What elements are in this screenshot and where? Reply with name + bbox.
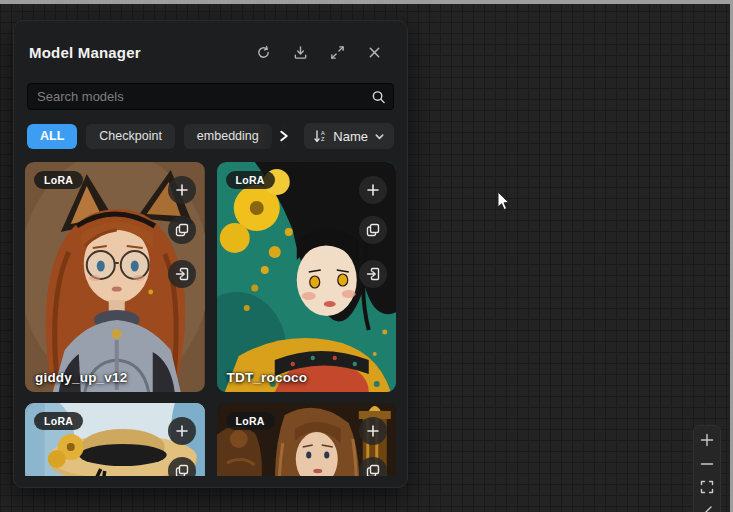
window-border-top <box>0 0 733 4</box>
card-actions <box>168 417 196 476</box>
card-actions <box>359 417 387 476</box>
model-list-viewport[interactable]: LoRA giddy_up_v12 <box>25 162 396 476</box>
canvas-zoom-toolbar <box>693 425 721 512</box>
chevron-right-icon[interactable] <box>277 130 290 143</box>
sort-label: Name <box>333 129 368 144</box>
copy-icon[interactable] <box>168 457 196 476</box>
panel-header-actions <box>255 45 382 61</box>
filter-chips: ALL Checkpoint embedding Hyper <box>27 124 296 149</box>
panel-title: Model Manager <box>29 44 141 61</box>
search-row <box>27 83 394 110</box>
sort-alpha-icon: A Z <box>313 129 327 143</box>
card-actions <box>168 176 196 288</box>
expand-icon[interactable] <box>329 45 345 61</box>
sort-dropdown[interactable]: A Z Name <box>304 123 394 149</box>
model-type-badge: LoRA <box>226 171 275 189</box>
refresh-icon[interactable] <box>255 45 271 61</box>
model-name: TDT_rococo <box>227 370 308 385</box>
mouse-cursor <box>497 192 511 216</box>
model-type-badge: LoRA <box>34 412 83 430</box>
plus-icon[interactable] <box>359 417 387 445</box>
import-icon[interactable] <box>168 260 196 288</box>
filter-chip-embedding[interactable]: embedding <box>184 124 272 149</box>
zoom-in-icon[interactable] <box>695 430 719 451</box>
plus-icon[interactable] <box>168 176 196 204</box>
model-card-tdt-rococo[interactable]: LoRA TDT_rococo <box>217 162 397 392</box>
chevron-down-icon <box>374 131 385 142</box>
download-icon[interactable] <box>292 45 308 61</box>
model-type-badge: LoRA <box>226 412 275 430</box>
model-grid: LoRA giddy_up_v12 <box>25 162 396 476</box>
copy-icon[interactable] <box>168 216 196 244</box>
close-icon[interactable] <box>366 45 382 61</box>
model-card-3[interactable]: LoRA <box>25 403 205 476</box>
model-type-badge: LoRA <box>34 171 83 189</box>
panel-header: Model Manager <box>29 40 392 65</box>
search-input[interactable] <box>27 83 394 110</box>
zoom-out-icon[interactable] <box>695 454 719 475</box>
model-card-4[interactable]: LoRA <box>217 403 397 476</box>
search-icon <box>371 89 386 104</box>
import-icon[interactable] <box>359 260 387 288</box>
filter-row: ALL Checkpoint embedding Hyper A Z Name <box>27 123 394 149</box>
fit-view-icon[interactable] <box>695 477 719 498</box>
extra-tool-icon[interactable] <box>695 501 719 512</box>
card-actions <box>359 176 387 288</box>
copy-icon[interactable] <box>359 216 387 244</box>
copy-icon[interactable] <box>359 457 387 476</box>
filter-chip-checkpoint[interactable]: Checkpoint <box>86 124 175 149</box>
model-card-giddy-up-v12[interactable]: LoRA giddy_up_v12 <box>25 162 205 392</box>
plus-icon[interactable] <box>359 176 387 204</box>
plus-icon[interactable] <box>168 417 196 445</box>
model-manager-panel: Model Manager <box>13 20 408 488</box>
model-name: giddy_up_v12 <box>35 370 127 385</box>
svg-text:Z: Z <box>321 136 325 142</box>
svg-text:A: A <box>321 130 325 136</box>
filter-chip-all[interactable]: ALL <box>27 124 77 149</box>
